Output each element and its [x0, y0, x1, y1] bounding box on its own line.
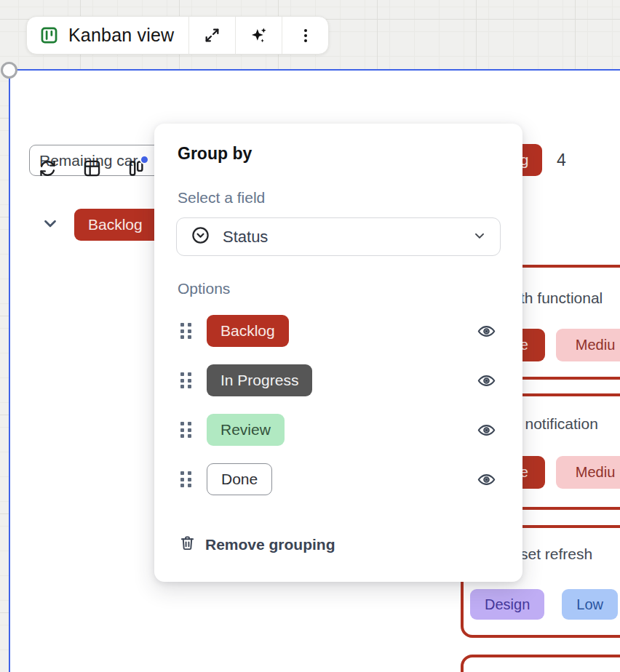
field-select-value: Status	[223, 228, 460, 247]
chevron-down-icon[interactable]	[41, 214, 60, 236]
option-row: Backlog	[176, 315, 501, 347]
ai-actions-button[interactable]	[235, 17, 282, 54]
option-status-badge: Backlog	[207, 315, 289, 347]
trash-icon	[179, 535, 196, 554]
expand-button[interactable]	[188, 17, 235, 54]
kanban-icon	[39, 25, 59, 45]
refresh-icon	[38, 159, 57, 181]
card-title: set refresh	[520, 545, 592, 563]
columns-badge-dot	[140, 155, 149, 164]
option-status-badge: In Progress	[207, 364, 312, 396]
visibility-eye-icon[interactable]	[477, 371, 496, 391]
widget-title-bar: Kanban view	[26, 16, 329, 55]
widget-title: Kanban view	[68, 25, 174, 46]
drag-handle-icon[interactable]	[180, 372, 191, 388]
popup-title: Group by	[176, 144, 501, 164]
expand-icon	[203, 26, 221, 44]
drag-handle-icon[interactable]	[180, 422, 191, 438]
option-status-badge: Done	[207, 463, 272, 495]
kanban-card[interactable]	[461, 655, 620, 672]
selection-handle[interactable]	[1, 62, 17, 79]
remove-grouping-label: Remove grouping	[205, 536, 335, 553]
menu-button[interactable]	[282, 17, 328, 54]
drag-handle-icon[interactable]	[180, 471, 191, 487]
option-row: Review	[176, 414, 501, 446]
field-select[interactable]: Status	[176, 217, 501, 256]
drag-handle-icon[interactable]	[180, 323, 191, 339]
refresh-button[interactable]	[25, 145, 70, 193]
option-status-badge: Review	[207, 414, 285, 446]
card-priority-badge[interactable]: Low	[562, 589, 618, 620]
kebab-menu-icon	[297, 27, 314, 44]
options-section-label: Options	[176, 280, 501, 297]
card-priority-badge[interactable]: Mediu	[556, 329, 620, 361]
card-title: l notification	[517, 415, 598, 433]
columns-button[interactable]	[114, 145, 159, 193]
field-section-label: Select a field	[176, 189, 501, 207]
option-row: In Progress	[176, 364, 501, 396]
sparkles-icon	[249, 25, 269, 45]
visibility-eye-icon[interactable]	[477, 420, 496, 440]
circle-chevron-down-icon	[191, 225, 210, 248]
group-by-popup: Group by Select a field Status Options B…	[154, 124, 522, 582]
layout-icon	[82, 159, 102, 181]
widget-title-group: Kanban view	[27, 25, 188, 46]
column-card-count: 4	[557, 151, 566, 170]
layout-button[interactable]	[70, 145, 114, 193]
card-priority-badge[interactable]: Mediu	[556, 456, 620, 489]
card-title: th functional	[520, 289, 603, 307]
remove-grouping-button[interactable]: Remove grouping	[176, 535, 501, 554]
visibility-eye-icon[interactable]	[477, 321, 496, 341]
select-chevron-icon	[472, 228, 487, 246]
option-row: Done	[176, 463, 501, 495]
card-tag-badge[interactable]: Design	[470, 589, 544, 620]
visibility-eye-icon[interactable]	[477, 470, 496, 489]
